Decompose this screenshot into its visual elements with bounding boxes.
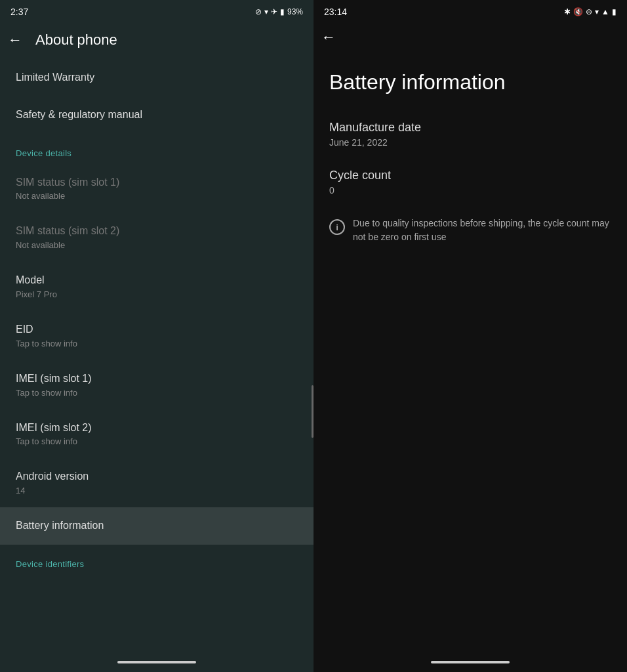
menu-subtitle-model: Pixel 7 Pro (16, 289, 298, 299)
menu-title-android: Android version (16, 470, 298, 484)
scroll-content-left: Limited Warranty Safety & regulatory man… (0, 59, 314, 652)
menu-item-title-limited-warranty: Limited Warranty (16, 71, 298, 85)
menu-title-battery: Battery information (16, 519, 298, 533)
dnd-icon: ⊖ (586, 7, 592, 16)
menu-item-eid[interactable]: EID Tap to show info (0, 311, 314, 360)
battery-content: Battery information Manufacture date Jun… (314, 54, 627, 652)
signal-icon: ▲ (601, 7, 609, 16)
right-panel: 23:14 ✱ 🔇 ⊖ ▾ ▲ ▮ ← Battery information … (314, 0, 627, 672)
menu-item-android-version[interactable]: Android version 14 (0, 458, 314, 507)
home-bar-right (431, 661, 510, 663)
status-icons-left: ⊘ ▾ ✈ ▮ 93% (255, 7, 303, 16)
back-button-left[interactable]: ← (5, 29, 25, 51)
scrollbar-thumb (312, 385, 314, 438)
menu-item-imei-1[interactable]: IMEI (sim slot 1) Tap to show info (0, 360, 314, 410)
scrollbar-track[interactable] (311, 59, 314, 652)
info-note-text: Due to quality inspections before shippi… (353, 217, 611, 244)
cycle-count-label: Cycle count (329, 169, 611, 182)
menu-title-imei-2: IMEI (sim slot 2) (16, 421, 298, 435)
section-label-device-identifiers: Device identifiers (16, 559, 84, 569)
battery-page-title: Battery information (329, 70, 611, 94)
menu-item-model[interactable]: Model Pixel 7 Pro (0, 262, 314, 311)
menu-title-sim-2: SIM status (sim slot 2) (16, 224, 298, 238)
section-header-device-details: Device details (0, 134, 314, 164)
status-bar-right: 23:14 ✱ 🔇 ⊖ ▾ ▲ ▮ (314, 0, 627, 24)
section-header-device-identifiers: Device identifiers (0, 545, 314, 575)
wifi-icon-right: ▾ (595, 7, 599, 16)
manufacture-date-label: Manufacture date (329, 121, 611, 135)
home-indicator-left (0, 652, 314, 672)
wifi-icon: ▾ (264, 7, 268, 16)
menu-subtitle-eid: Tap to show info (16, 339, 298, 348)
menu-title-sim-1: SIM status (sim slot 1) (16, 176, 298, 190)
top-bar-right: ← (314, 24, 627, 54)
info-icon-letter: i (336, 222, 338, 232)
menu-item-safety-manual[interactable]: Safety & regulatory manual (0, 96, 314, 134)
menu-item-battery-info[interactable]: Battery information (0, 507, 314, 545)
menu-subtitle-android: 14 (16, 486, 298, 495)
back-button-right[interactable]: ← (319, 26, 338, 48)
section-label-device-details: Device details (16, 148, 71, 158)
menu-item-sim-slot-2[interactable]: SIM status (sim slot 2) Not available (0, 213, 314, 262)
menu-subtitle-sim-1: Not available (16, 191, 298, 201)
manufacture-date-value: June 21, 2022 (329, 137, 611, 148)
menu-item-title-safety-manual: Safety & regulatory manual (16, 108, 298, 122)
manufacture-date-section: Manufacture date June 21, 2022 (329, 121, 611, 148)
battery-percent: 93% (287, 7, 303, 16)
mute-icon-right: 🔇 (573, 7, 583, 16)
menu-title-model: Model (16, 274, 298, 287)
home-bar-left (117, 661, 196, 663)
left-panel: 2:37 ⊘ ▾ ✈ ▮ 93% ← About phone Limited W… (0, 0, 314, 672)
info-icon: i (329, 219, 345, 235)
menu-subtitle-imei-2: Tap to show info (16, 436, 298, 446)
status-time-left: 2:37 (10, 7, 28, 17)
status-time-right: 23:14 (324, 7, 347, 17)
status-bar-left: 2:37 ⊘ ▾ ✈ ▮ 93% (0, 0, 314, 24)
page-title-left: About phone (35, 32, 117, 49)
bluetooth-icon: ✱ (564, 7, 571, 16)
cycle-count-section: Cycle count 0 (329, 169, 611, 196)
cycle-count-value: 0 (329, 185, 611, 196)
menu-title-imei-1: IMEI (sim slot 1) (16, 372, 298, 386)
menu-subtitle-sim-2: Not available (16, 240, 298, 250)
menu-item-sim-slot-1[interactable]: SIM status (sim slot 1) Not available (0, 164, 314, 213)
battery-icon-right: ▮ (612, 7, 617, 16)
battery-icon: ▮ (280, 7, 285, 16)
menu-subtitle-imei-1: Tap to show info (16, 388, 298, 398)
status-icons-right: ✱ 🔇 ⊖ ▾ ▲ ▮ (564, 7, 617, 16)
home-indicator-right (314, 652, 627, 672)
menu-item-limited-warranty[interactable]: Limited Warranty (0, 59, 314, 96)
top-bar-left: ← About phone (0, 24, 314, 59)
info-note-row: i Due to quality inspections before ship… (329, 217, 611, 244)
mute-icon: ⊘ (255, 7, 262, 16)
menu-item-imei-2[interactable]: IMEI (sim slot 2) Tap to show info (0, 410, 314, 459)
airplane-icon: ✈ (271, 7, 277, 16)
menu-title-eid: EID (16, 323, 298, 337)
